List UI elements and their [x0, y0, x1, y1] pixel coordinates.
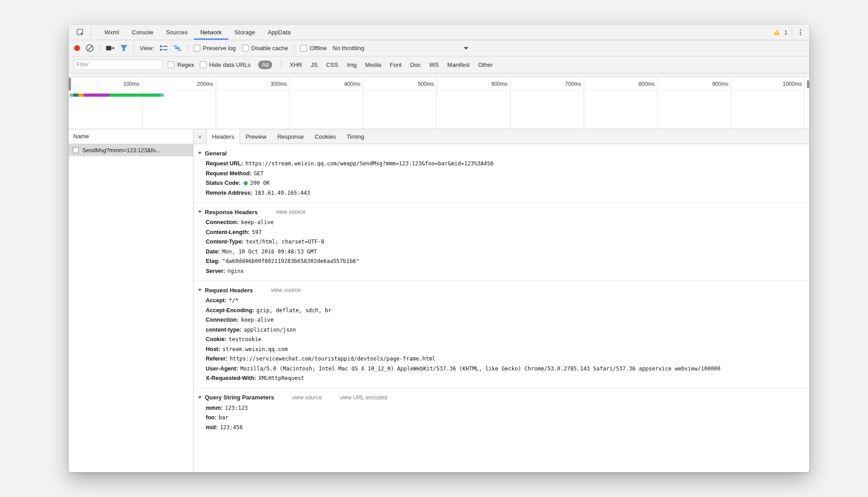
preserve-log-checkbox[interactable]: Preserve log — [193, 45, 236, 52]
section-response-headers: Response Headersview sourceConnection:ke… — [193, 203, 809, 281]
header-field-connection: Connection:keep-alive — [198, 218, 806, 228]
divider — [187, 44, 188, 53]
tab-appdata[interactable]: AppData — [261, 25, 297, 40]
view-source-link[interactable]: view source — [292, 394, 322, 401]
screencast-camera-icon[interactable] — [106, 45, 114, 51]
view-label: View: — [140, 45, 154, 52]
warning-icon[interactable] — [774, 29, 780, 35]
filter-type-font[interactable]: Font — [390, 61, 401, 68]
details-tabbar: × HeadersPreviewResponseCookiesTiming — [193, 129, 809, 144]
offline-label: Offline — [310, 45, 326, 52]
view-source-link[interactable]: view source — [276, 209, 306, 215]
network-main-area: Name SendMsg?mmm=123:123&fo... × Headers… — [69, 129, 809, 472]
large-rows-toggle-icon[interactable] — [160, 45, 168, 52]
tab-sources[interactable]: Sources — [160, 25, 194, 40]
field-value: 183.61.49.165:443 — [255, 190, 310, 196]
details-tabs: HeadersPreviewResponseCookiesTiming — [206, 129, 369, 144]
disclosure-triangle-icon[interactable] — [198, 289, 202, 291]
timeline-tick-label: 900ms — [712, 81, 728, 87]
field-key: Accept: — [206, 297, 226, 304]
header-field-mid: mid:123:456 — [198, 423, 806, 433]
disclosure-triangle-icon[interactable] — [198, 396, 202, 399]
detail-tab-response[interactable]: Response — [272, 129, 309, 144]
disable-cache-label: Disable cache — [251, 45, 288, 52]
timeline-gridline: 800ms — [584, 77, 658, 129]
tab-console[interactable]: Console — [126, 25, 160, 40]
request-waterfall-bar[interactable] — [70, 94, 164, 97]
filter-input[interactable] — [73, 60, 162, 70]
overview-left-handle[interactable] — [69, 78, 71, 90]
record-button[interactable] — [74, 45, 80, 51]
field-value: "da60dd46b00f802119283b658302de6aa557b1b… — [222, 258, 359, 264]
filter-type-ws[interactable]: WS — [429, 61, 439, 68]
regex-checkbox[interactable]: Regex — [168, 61, 194, 68]
filter-type-js[interactable]: JS — [311, 61, 317, 68]
checkbox-box[interactable] — [300, 45, 307, 52]
request-row[interactable]: SendMsg?mmm=123:123&fo... — [69, 144, 193, 156]
detail-tab-cookies[interactable]: Cookies — [309, 129, 341, 144]
disclosure-triangle-icon[interactable] — [198, 152, 202, 155]
checkbox-box[interactable] — [200, 61, 207, 68]
timeline-tick-label: 600ms — [491, 81, 508, 87]
filter-type-doc[interactable]: Doc — [410, 61, 420, 68]
regex-label: Regex — [177, 61, 194, 68]
tab-network[interactable]: Network — [194, 25, 228, 40]
detail-tab-headers[interactable]: Headers — [206, 129, 240, 144]
offline-checkbox[interactable]: Offline — [300, 45, 326, 52]
field-key: User-Agent: — [206, 366, 238, 372]
inspect-element-icon[interactable] — [75, 27, 86, 38]
request-list-column: Name SendMsg?mmm=123:123&fo... — [69, 129, 193, 472]
filter-type-xhr[interactable]: XHR — [290, 61, 302, 68]
filter-type-manifest[interactable]: Manifest — [447, 61, 469, 68]
header-field-referer: Referer:https://servicewechat.com/touris… — [198, 354, 806, 364]
request-name: SendMsg?mmm=123:123&fo... — [82, 147, 160, 154]
detail-tab-preview[interactable]: Preview — [240, 129, 272, 144]
chevron-down-icon — [464, 47, 468, 50]
view-url-encoded-link[interactable]: view URL encoded — [340, 394, 387, 401]
section-header-response-headers: Response Headersview source — [198, 206, 806, 218]
filter-type-css[interactable]: CSS — [326, 61, 338, 68]
header-field-content-type: Content-Type:text/html; charset=UTF-8 — [198, 237, 806, 247]
timeline-gridline: 600ms — [437, 77, 510, 129]
show-overview-toggle-icon[interactable] — [174, 45, 181, 51]
tab-wxml[interactable]: Wxml — [98, 25, 126, 40]
name-column-header[interactable]: Name — [69, 129, 193, 144]
overview-right-handle[interactable] — [807, 80, 809, 88]
disable-cache-checkbox[interactable]: Disable cache — [242, 45, 288, 52]
checkbox-box[interactable] — [168, 61, 175, 68]
field-key: mmm: — [206, 405, 223, 411]
field-key: Connection: — [206, 317, 239, 323]
headers-content: GeneralRequest URL:https://stream.weixin… — [193, 144, 809, 472]
checkbox-box[interactable] — [242, 45, 249, 52]
header-field-request-url: Request URL:https://stream.weixin.qq.com… — [198, 159, 806, 169]
field-value: text/html; charset=UTF-8 — [246, 239, 324, 245]
header-field-content-length: Content-Length:597 — [198, 228, 806, 238]
divider — [792, 28, 792, 37]
field-value: nginx — [227, 268, 244, 274]
field-key: Cookie: — [206, 336, 226, 342]
detail-tab-timing[interactable]: Timing — [341, 129, 370, 144]
filter-funnel-icon[interactable] — [120, 45, 127, 52]
filter-type-other[interactable]: Other — [478, 61, 493, 68]
field-key: Connection: — [206, 219, 239, 225]
overflow-menu-icon[interactable] — [796, 28, 805, 37]
field-value: 123:123 — [225, 405, 248, 411]
disclosure-triangle-icon[interactable] — [198, 211, 202, 213]
clear-icon[interactable] — [86, 44, 94, 52]
view-source-link[interactable]: view source — [271, 287, 301, 293]
filter-type-all[interactable]: All — [258, 61, 272, 69]
timeline-overview: 100ms200ms300ms400ms500ms600ms700ms800ms… — [69, 77, 809, 129]
timeline-strip-divider — [69, 90, 809, 90]
field-key: Remote Address: — [206, 190, 252, 196]
throttling-select[interactable]: No throttling — [333, 45, 468, 52]
main-tabs: WxmlConsoleSourcesNetworkStorageAppData — [98, 25, 297, 40]
checkbox-box[interactable] — [193, 45, 200, 52]
filter-type-img[interactable]: Img — [347, 61, 357, 68]
header-field-mmm: mmm:123:123 — [198, 403, 806, 413]
waterfall-segment-queueing — [70, 94, 73, 97]
timeline-tick-label: 100ms — [123, 81, 140, 87]
close-icon[interactable]: × — [193, 129, 206, 144]
hide-data-urls-checkbox[interactable]: Hide data URLs — [200, 61, 251, 68]
tab-storage[interactable]: Storage — [228, 25, 262, 40]
filter-type-media[interactable]: Media — [365, 61, 381, 68]
